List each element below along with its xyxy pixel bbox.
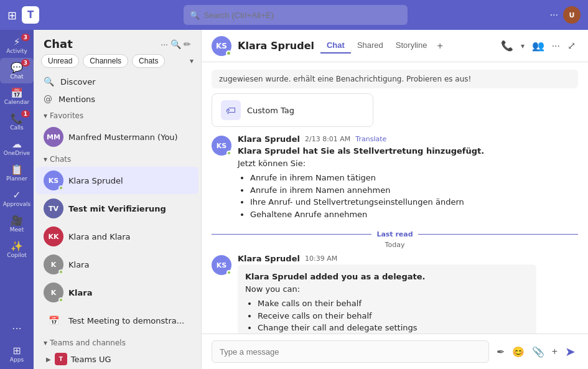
add-tab-button[interactable]: + bbox=[433, 38, 446, 54]
last-read-divider: Last read bbox=[212, 230, 578, 238]
teams-channels-header[interactable]: ▾ Teams and channels bbox=[34, 335, 201, 350]
chat-item-klara2[interactable]: K Klara bbox=[36, 251, 198, 278]
sidebar-title: Chat bbox=[44, 37, 73, 50]
expand-button[interactable]: ⤢ bbox=[565, 37, 578, 54]
copilot-icon: ✨ bbox=[11, 240, 23, 252]
filter-channels[interactable]: Channels bbox=[83, 54, 128, 68]
rail-item-approvals[interactable]: ✓ Approvals bbox=[0, 185, 34, 211]
chat-tabs: Chat Shared Storyline + bbox=[320, 38, 447, 54]
search-icon: 🔍 bbox=[190, 11, 200, 20]
sidebar-compose-button[interactable]: ✏ bbox=[184, 39, 191, 49]
approvals-icon: ✓ bbox=[12, 189, 21, 201]
call-button[interactable]: 📞 bbox=[498, 37, 516, 54]
chat-header-avatar[interactable]: KS bbox=[212, 36, 231, 56]
meet-icon: 🎥 bbox=[11, 215, 23, 227]
channel-icon: T bbox=[55, 353, 67, 365]
compose-input[interactable] bbox=[212, 340, 489, 363]
sidebar: Chat ··· 🔍 ✏ Unread Channels Chats ▾ 🔍 D… bbox=[34, 30, 202, 369]
calendar-icon: 📅 bbox=[11, 87, 23, 99]
search-input[interactable] bbox=[184, 5, 408, 25]
send-button[interactable]: ➤ bbox=[562, 342, 578, 362]
grid-icon[interactable]: ⊞ bbox=[7, 9, 17, 22]
tab-storyline[interactable]: Storyline bbox=[390, 38, 434, 54]
teams-logo: T bbox=[22, 6, 39, 24]
message-text: Klara Sprudel hat Sie als Stellvertretun… bbox=[238, 145, 578, 220]
banner-message: zugewiesen wurde. erhält eine Benachrich… bbox=[212, 70, 578, 88]
message-sender: Klara Sprudel bbox=[238, 134, 300, 144]
contact-manfred[interactable]: MM Manfred Mustermann (You) bbox=[36, 123, 198, 151]
message-sender: Klara Sprudel bbox=[238, 254, 300, 263]
filter-chats[interactable]: Chats bbox=[132, 54, 165, 68]
avatar: KK bbox=[44, 227, 63, 246]
avatar: KS bbox=[212, 136, 231, 156]
rail-item-calls[interactable]: 📞 Calls 1 bbox=[0, 109, 34, 134]
rail-item-calendar[interactable]: 📅 Calendar bbox=[0, 83, 34, 109]
contact-name: Manfred Mustermann (You) bbox=[68, 133, 178, 142]
custom-tag-label: Custom Tag bbox=[247, 106, 294, 115]
favorites-header[interactable]: ▾ Favorites bbox=[34, 108, 201, 123]
calls-badge: 1 bbox=[21, 110, 30, 118]
header-more-button[interactable]: ··· bbox=[549, 38, 562, 54]
message-group-1: KS Klara Sprudel 2/13 8:01 AM Translate … bbox=[212, 134, 578, 220]
rail-item-onedrive[interactable]: ☁ OneDrive bbox=[0, 134, 34, 160]
chat-contact-name: Klara Sprudel bbox=[238, 40, 314, 52]
chat-name: Test Meeting to demonstra... bbox=[68, 316, 184, 325]
compose-area: ✒ 😊 📎 + ➤ bbox=[202, 334, 588, 369]
chat-name: Klara bbox=[68, 260, 89, 269]
chat-item-test-verifizierung[interactable]: TV Test mit Verifizierung bbox=[36, 195, 198, 222]
tab-shared[interactable]: Shared bbox=[351, 38, 390, 54]
custom-tag-card[interactable]: 🏷 Custom Tag bbox=[212, 93, 373, 127]
message-text: Klara Sprudel added you as a delegate. N… bbox=[238, 264, 536, 334]
participants-button[interactable]: 👥 bbox=[530, 37, 547, 54]
translate-link[interactable]: Translate bbox=[355, 135, 386, 143]
chat-name: Klara bbox=[68, 288, 93, 297]
chat-header: KS Klara Sprudel Chat Shared Storyline +… bbox=[202, 30, 588, 62]
messages-area: zugewiesen wurde. erhält eine Benachrich… bbox=[202, 62, 588, 334]
more-button[interactable]: ··· bbox=[550, 9, 558, 21]
rail-item-apps[interactable]: ⊞ Apps bbox=[10, 341, 24, 367]
rail-item-activity[interactable]: ⚡ Activity 3 bbox=[0, 32, 34, 58]
message-time: 10:39 AM bbox=[305, 255, 337, 263]
message-time: 2/13 8:01 AM bbox=[305, 135, 350, 143]
emoji-button[interactable]: 😊 bbox=[510, 343, 527, 360]
more-options-button[interactable]: + bbox=[549, 343, 560, 360]
activity-badge: 3 bbox=[21, 34, 30, 41]
channel-item-teams-ug[interactable]: ▶ T Teams UG bbox=[34, 350, 201, 368]
sidebar-more-button[interactable]: ··· bbox=[161, 39, 168, 49]
chats-header[interactable]: ▾ Chats bbox=[34, 151, 201, 166]
user-avatar[interactable]: U bbox=[563, 6, 581, 24]
chat-item-klara[interactable]: KS Klara Sprudel bbox=[36, 167, 198, 194]
sidebar-search-button[interactable]: 🔍 bbox=[170, 39, 181, 49]
custom-tag-icon: 🏷 bbox=[221, 100, 241, 120]
rail-item-chat[interactable]: 💬 Chat 3 bbox=[0, 58, 34, 83]
chat-name: Test mit Verifizierung bbox=[68, 204, 166, 213]
rail-item-planner[interactable]: 📋 Planner bbox=[0, 160, 34, 185]
chat-item-klara-and-klara[interactable]: KK Klara and Klara bbox=[36, 223, 198, 250]
attach-button[interactable]: 📎 bbox=[530, 343, 547, 360]
rail-more-button[interactable]: ··· bbox=[10, 319, 24, 339]
mentions-icon: @ bbox=[44, 94, 52, 104]
sidebar-item-discover[interactable]: 🔍 Discover bbox=[34, 73, 201, 90]
avatar: TV bbox=[44, 199, 63, 218]
rail-item-copilot[interactable]: ✨ Copilot bbox=[0, 236, 34, 262]
sidebar-item-mentions[interactable]: @ Mentions bbox=[34, 90, 201, 108]
call-dropdown[interactable]: ▾ bbox=[518, 39, 527, 53]
channel-chevron-icon: ▶ bbox=[46, 356, 51, 363]
filter-chevron[interactable]: ▾ bbox=[190, 57, 194, 65]
chat-item-test-meeting[interactable]: 📅 Test Meeting to demonstra... bbox=[36, 307, 198, 334]
filter-unread[interactable]: Unread bbox=[41, 54, 79, 68]
message-group-2: KS Klara Sprudel 10:39 AM Klara Sprudel … bbox=[212, 254, 578, 334]
avatar: K bbox=[44, 283, 63, 302]
avatar: K bbox=[44, 255, 63, 274]
apps-icon: ⊞ bbox=[12, 345, 21, 357]
format-button[interactable]: ✒ bbox=[494, 343, 507, 360]
tab-chat[interactable]: Chat bbox=[320, 38, 351, 54]
rail-item-meet[interactable]: 🎥 Meet bbox=[0, 211, 34, 236]
avatar: KS bbox=[44, 170, 63, 190]
activity-icon: ⚡ bbox=[13, 36, 20, 48]
message-content: Klara Sprudel 10:39 AM Klara Sprudel add… bbox=[238, 254, 578, 334]
chat-item-klara3[interactable]: K Klara bbox=[36, 279, 198, 306]
avatar: MM bbox=[44, 127, 63, 147]
onedrive-icon: ☁ bbox=[12, 138, 22, 150]
planner-icon: 📋 bbox=[11, 164, 23, 175]
